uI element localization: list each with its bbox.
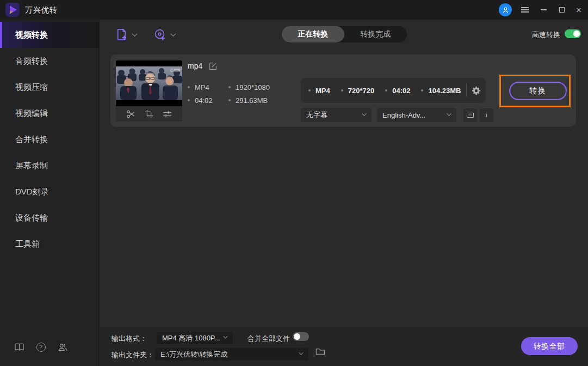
add-file-button[interactable] <box>115 25 137 44</box>
thumbnail-toolbar <box>116 106 182 121</box>
crop-button[interactable] <box>145 109 153 118</box>
hamburger-icon <box>521 6 529 14</box>
add-disc-icon <box>154 28 166 41</box>
output-resolution: 720*720 <box>348 87 374 95</box>
book-icon <box>14 343 24 351</box>
app-title: 万兴优转 <box>25 5 58 15</box>
menu-button[interactable] <box>516 0 534 20</box>
convert-button[interactable]: 转换 <box>509 82 567 100</box>
subtitle-select[interactable]: 无字幕 <box>301 108 372 122</box>
video-thumbnail <box>116 60 182 121</box>
file-name: mp4 <box>188 62 202 70</box>
file-name-row: mp4 <box>188 62 217 70</box>
track-options-row: 无字幕 English-Adv... >< i <box>301 108 493 122</box>
source-resolution: 1920*1080 <box>236 83 270 91</box>
video-frame-image <box>116 66 182 100</box>
output-folder-select[interactable]: E:\万兴优转\转换完成 <box>155 348 308 361</box>
person-icon <box>502 6 510 14</box>
add-disc-button[interactable] <box>154 25 175 44</box>
chevron-down-icon <box>224 334 228 339</box>
source-format: MP4 <box>195 83 209 91</box>
app-window: 万兴优转 × 视频转换 音频转换 视频压缩 视频编辑 合并转换 屏幕录制 DVD… <box>0 0 588 366</box>
output-folder-label: 输出文件夹： <box>112 350 154 360</box>
user-avatar-button[interactable] <box>499 3 512 16</box>
task-card: mp4 MP4 1920*1080 04:02 291.63MB <box>110 54 576 127</box>
guide-button[interactable] <box>8 343 30 351</box>
maximize-icon <box>559 7 565 13</box>
crop-icon <box>145 109 153 118</box>
titlebar: 万兴优转 × <box>0 0 588 20</box>
sidebar-item-video-compress[interactable]: 视频压缩 <box>0 74 99 100</box>
footer-bar: 输出格式： MP4 高清 1080P... 合并全部文件 输出文件夹： E:\万… <box>100 327 588 366</box>
sidebar-footer: ? <box>0 338 100 356</box>
chevron-down-icon <box>362 111 366 115</box>
sidebar-item-video-edit[interactable]: 视频编辑 <box>0 100 99 126</box>
info-icon: i <box>486 111 487 119</box>
folder-icon <box>315 347 325 356</box>
chevron-down-icon <box>132 31 138 36</box>
chevron-down-icon <box>299 351 304 355</box>
adjust-button[interactable] <box>163 109 172 119</box>
minimize-button[interactable] <box>534 0 553 20</box>
source-size: 291.63MB <box>236 96 268 105</box>
output-format: MP4 <box>315 87 330 95</box>
edit-icon <box>209 62 217 70</box>
source-duration: 04:02 <box>195 96 213 105</box>
trim-button[interactable] <box>126 109 135 119</box>
sidebar-item-screen-record[interactable]: 屏幕录制 <box>0 152 99 179</box>
add-file-icon <box>115 28 128 41</box>
community-button[interactable] <box>52 343 73 352</box>
close-icon: × <box>576 5 581 15</box>
convert-all-button[interactable]: 转换全部 <box>521 337 578 355</box>
output-format-select[interactable]: MP4 高清 1080P... <box>157 332 233 344</box>
gear-icon <box>472 86 481 95</box>
scissors-icon <box>126 109 135 119</box>
maximize-button[interactable] <box>553 0 571 20</box>
fast-convert-toggle[interactable] <box>565 29 581 38</box>
info-button[interactable]: i <box>480 108 493 122</box>
rename-button[interactable] <box>209 62 217 70</box>
fast-convert-label: 高速转换 <box>532 30 560 40</box>
close-button[interactable]: × <box>570 0 588 20</box>
status-tabs: 正在转换 转换完成 <box>282 26 407 42</box>
sliders-icon <box>163 109 172 119</box>
sidebar: 视频转换 音频转换 视频压缩 视频编辑 合并转换 屏幕录制 DVD刻录 设备传输… <box>0 20 100 366</box>
output-size: 104.23MB <box>428 87 461 95</box>
chevron-down-icon <box>447 111 451 115</box>
open-folder-button[interactable] <box>315 347 325 356</box>
tab-finished[interactable]: 转换完成 <box>344 26 407 42</box>
output-settings-button[interactable] <box>467 86 486 95</box>
minimize-icon <box>541 9 547 10</box>
output-summary: MP4 720*720 04:02 104.23MB <box>301 78 486 103</box>
merge-all-toggle[interactable] <box>293 332 309 341</box>
subtitle-edit-button[interactable]: >< <box>463 108 477 122</box>
people-icon <box>58 343 68 352</box>
sidebar-item-merge-convert[interactable]: 合并转换 <box>0 126 99 152</box>
output-duration: 04:02 <box>392 87 410 95</box>
chevron-down-icon <box>171 31 176 36</box>
help-button[interactable]: ? <box>30 343 52 352</box>
tab-converting[interactable]: 正在转换 <box>282 26 344 42</box>
sidebar-item-video-convert[interactable]: 视频转换 <box>0 22 99 48</box>
sidebar-item-device-transfer[interactable]: 设备传输 <box>0 205 99 231</box>
sidebar-item-toolbox[interactable]: 工具箱 <box>0 231 99 257</box>
app-logo-icon <box>5 3 20 17</box>
source-info: MP4 1920*1080 04:02 291.63MB <box>188 81 296 107</box>
subtitle-edit-icon: >< <box>467 113 474 118</box>
sidebar-item-audio-convert[interactable]: 音频转换 <box>0 48 99 74</box>
sidebar-item-dvd-burn[interactable]: DVD刻录 <box>0 179 99 205</box>
merge-all-label: 合并全部文件 <box>247 334 290 344</box>
help-icon: ? <box>36 343 46 352</box>
output-format-label: 输出格式： <box>112 334 147 344</box>
audio-track-select[interactable]: English-Adv... <box>377 108 456 122</box>
